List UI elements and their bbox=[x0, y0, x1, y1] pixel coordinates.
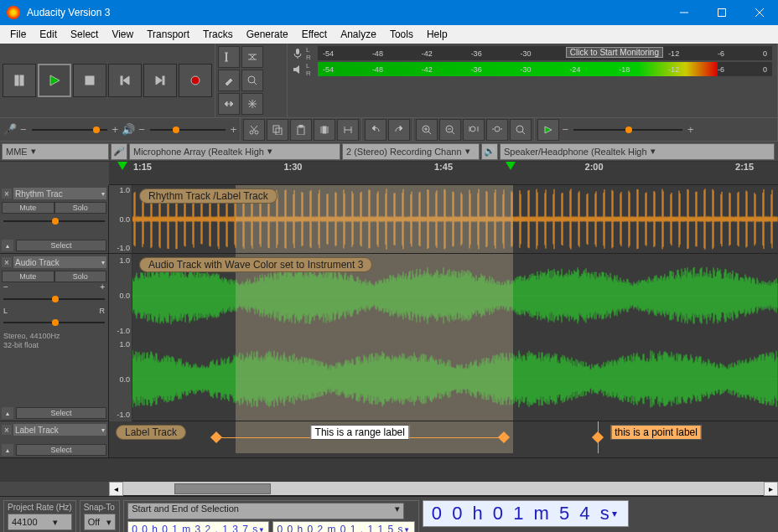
audio-position-display[interactable]: 0 0 h 0 1 m 5 4 s▾ bbox=[423, 500, 629, 527]
selection-tool[interactable] bbox=[218, 46, 240, 68]
mute-button[interactable]: Mute bbox=[2, 202, 54, 214]
audio-host-select[interactable]: MME▾ bbox=[2, 143, 109, 160]
vertical-scale[interactable]: 1.0 0.0 -1.0 bbox=[109, 185, 132, 253]
fit-selection-button[interactable] bbox=[463, 119, 485, 141]
zoom-toggle-button[interactable] bbox=[510, 119, 532, 141]
snap-to-select[interactable]: Off▾ bbox=[84, 514, 116, 530]
menubar: FileEditSelectViewTransportTracksGenerat… bbox=[0, 25, 778, 44]
menu-select[interactable]: Select bbox=[64, 27, 105, 42]
playback-device-select[interactable]: Speaker/Headphone (Realtek High▾ bbox=[500, 143, 775, 160]
play-button[interactable] bbox=[38, 64, 71, 97]
speaker-icon: 🔊 bbox=[120, 123, 137, 136]
track-close-button[interactable]: × bbox=[2, 425, 12, 435]
record-meter-mic-icon[interactable] bbox=[289, 48, 306, 59]
svg-marker-48 bbox=[400, 126, 402, 131]
label-area[interactable]: Label Track This is a range label this i… bbox=[109, 421, 778, 453]
play-at-speed-button[interactable] bbox=[537, 119, 559, 141]
playback-speed-slider[interactable] bbox=[573, 124, 682, 136]
scroll-right-button[interactable]: ▸ bbox=[764, 482, 778, 496]
close-button[interactable] bbox=[740, 0, 778, 25]
menu-generate[interactable]: Generate bbox=[240, 27, 295, 42]
solo-button[interactable]: Solo bbox=[54, 271, 107, 282]
waveform-area[interactable]: 1.0 0.0 -1.0 Rhythm Track /Label Track bbox=[109, 185, 778, 253]
playback-meter-speaker-icon[interactable] bbox=[289, 65, 306, 75]
project-rate-select[interactable]: 44100▾ bbox=[8, 514, 72, 530]
skip-start-button[interactable] bbox=[108, 64, 142, 97]
redo-button[interactable] bbox=[388, 119, 410, 141]
multi-tool[interactable] bbox=[241, 93, 263, 115]
horizontal-scrollbar[interactable]: ◂ ▸ bbox=[109, 482, 778, 496]
menu-view[interactable]: View bbox=[105, 27, 140, 42]
skip-end-button[interactable] bbox=[143, 64, 177, 97]
monitor-hint[interactable]: Click to Start Monitoring bbox=[566, 47, 663, 58]
collapse-button[interactable]: ▴ bbox=[2, 444, 13, 456]
gain-slider[interactable] bbox=[3, 216, 105, 226]
svg-point-21 bbox=[248, 76, 255, 83]
menu-tools[interactable]: Tools bbox=[383, 27, 420, 42]
track-menu-button[interactable]: Label Track bbox=[13, 424, 106, 436]
trim-button[interactable] bbox=[314, 119, 335, 141]
vertical-scale[interactable]: 1.0 0.0 -1.0 bbox=[109, 254, 132, 338]
waveform-area[interactable]: 1.0 0.0 -1.0 1.0 0.0 -1.0 Audio Track wi… bbox=[109, 254, 778, 421]
menu-file[interactable]: File bbox=[3, 27, 33, 42]
playback-level-meter[interactable]: -54-48-42-36-30-24-18-12-60 bbox=[318, 62, 772, 76]
silence-button[interactable] bbox=[337, 119, 359, 141]
record-volume-slider[interactable] bbox=[32, 124, 107, 136]
menu-edit[interactable]: Edit bbox=[33, 27, 64, 42]
selection-end-field[interactable]: 0 0 h 0 2 m 0 1 . 1 1 5 s▾ bbox=[272, 521, 414, 532]
paste-button[interactable] bbox=[290, 119, 312, 141]
gain-slider[interactable] bbox=[3, 294, 105, 304]
zoom-out-button[interactable] bbox=[439, 119, 461, 141]
record-level-meter[interactable]: -54-48-42-36-30-24-18-12-60 Click to Sta… bbox=[318, 46, 772, 60]
collapse-button[interactable]: ▴ bbox=[2, 407, 13, 419]
envelope-tool[interactable] bbox=[241, 46, 263, 68]
timeline-ruler[interactable]: 1:151:301:452:002:152:30 bbox=[109, 162, 778, 185]
zoom-tool[interactable] bbox=[241, 70, 263, 91]
label-start-handle[interactable] bbox=[210, 431, 222, 443]
track-select-button[interactable]: Select bbox=[16, 407, 106, 419]
menu-analyze[interactable]: Analyze bbox=[334, 27, 383, 42]
pause-button[interactable] bbox=[3, 64, 36, 97]
menu-effect[interactable]: Effect bbox=[295, 27, 334, 42]
record-button[interactable] bbox=[179, 64, 212, 97]
draw-tool[interactable] bbox=[218, 70, 240, 91]
playback-volume-slider[interactable] bbox=[150, 124, 226, 136]
undo-button[interactable] bbox=[365, 119, 386, 141]
selection-mode-select[interactable]: Start and End of Selection▾ bbox=[127, 503, 404, 519]
track-close-button[interactable]: × bbox=[2, 257, 12, 267]
range-label-text[interactable]: This is a range label bbox=[311, 425, 409, 440]
stop-button[interactable] bbox=[73, 64, 106, 97]
scroll-left-button[interactable]: ◂ bbox=[109, 482, 123, 496]
menu-transport[interactable]: Transport bbox=[140, 27, 196, 42]
mute-button[interactable]: Mute bbox=[2, 271, 54, 282]
track-select-button[interactable]: Select bbox=[16, 240, 106, 251]
minimize-button[interactable] bbox=[665, 0, 703, 25]
project-rate-group: Project Rate (Hz) 44100▾ bbox=[3, 500, 76, 532]
collapse-button[interactable]: ▴ bbox=[2, 240, 13, 251]
scroll-thumb[interactable] bbox=[174, 483, 271, 494]
track-menu-button[interactable]: Audio Track bbox=[13, 256, 106, 268]
point-label-text[interactable]: this is a point label bbox=[610, 425, 702, 440]
vertical-scale[interactable]: 1.0 0.0 -1.0 bbox=[109, 338, 132, 421]
copy-button[interactable] bbox=[267, 119, 288, 141]
toolbars: LR -54-48-42-36-30-24-18-12-60 Click to … bbox=[0, 44, 778, 142]
pan-slider[interactable] bbox=[3, 318, 105, 328]
titlebar: Audacity Version 3 bbox=[0, 0, 778, 25]
recording-channels-select[interactable]: 2 (Stereo) Recording Chann▾ bbox=[342, 143, 480, 160]
selection-start-field[interactable]: 0 0 h 0 1 m 3 2 . 1 3 7 s▾ bbox=[127, 521, 269, 532]
solo-button[interactable]: Solo bbox=[54, 202, 107, 214]
menu-help[interactable]: Help bbox=[420, 27, 454, 42]
zoom-in-button[interactable] bbox=[416, 119, 438, 141]
track-select-button[interactable]: Select bbox=[16, 444, 106, 456]
timeshift-tool[interactable] bbox=[218, 93, 240, 115]
track-close-button[interactable]: × bbox=[2, 189, 12, 199]
playhead-marker[interactable] bbox=[506, 162, 516, 170]
fit-project-button[interactable] bbox=[486, 119, 508, 141]
selection-toolbar: Project Rate (Hz) 44100▾ Snap-To Off▾ St… bbox=[0, 496, 778, 532]
track-menu-button[interactable]: Rhythm Trac bbox=[13, 188, 106, 199]
maximize-button[interactable] bbox=[703, 0, 740, 25]
snap-to-group: Snap-To Off▾ bbox=[80, 500, 120, 532]
menu-tracks[interactable]: Tracks bbox=[196, 27, 240, 42]
cut-button[interactable] bbox=[243, 119, 265, 141]
recording-device-select[interactable]: Microphone Array (Realtek High▾ bbox=[129, 143, 340, 160]
